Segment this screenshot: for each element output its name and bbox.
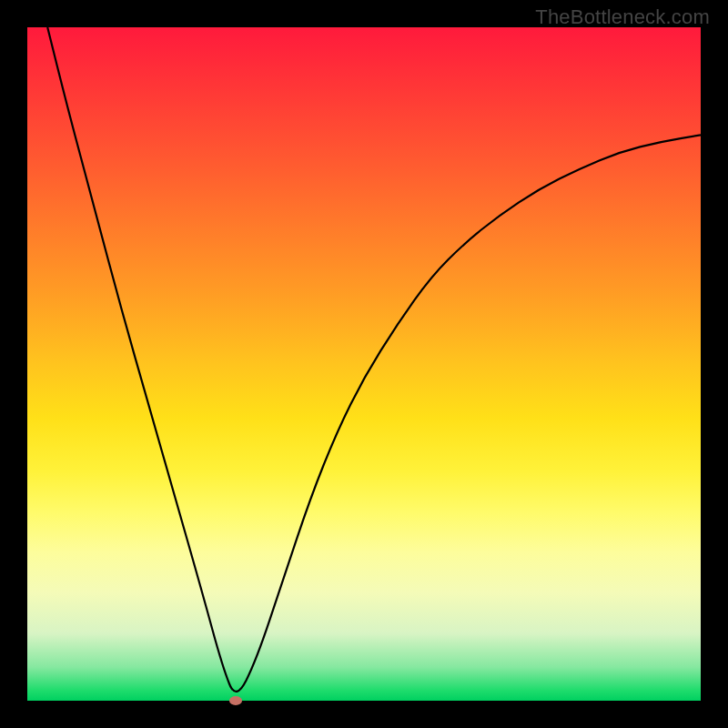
bottleneck-curve xyxy=(47,27,701,692)
plot-frame xyxy=(27,27,701,701)
watermark-text: TheBottleneck.com xyxy=(535,5,710,29)
minimum-marker xyxy=(229,696,242,705)
curve-svg xyxy=(27,27,701,701)
plot-area xyxy=(27,27,701,701)
